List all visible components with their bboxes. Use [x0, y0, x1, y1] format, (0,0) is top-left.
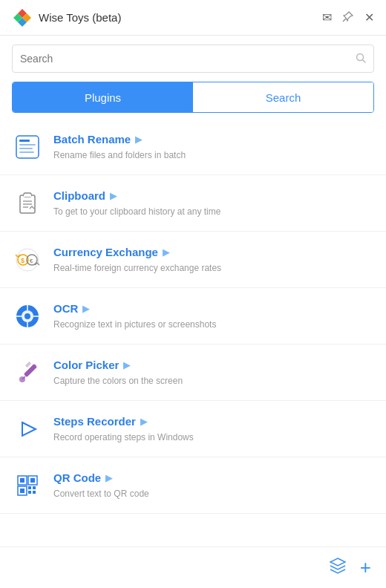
svg-rect-11: [19, 151, 34, 153]
qr-code-desc: Convert text to QR code: [53, 489, 149, 499]
svg-rect-43: [33, 486, 36, 489]
mail-icon[interactable]: ✉: [322, 12, 332, 24]
svg-marker-46: [330, 558, 345, 566]
list-item[interactable]: Clipboard ▶︎ To get to your clipboard hi…: [0, 175, 386, 232]
title-bar: Wise Toys (beta) ✉ ✕: [0, 0, 386, 36]
svg-rect-14: [24, 195, 31, 197]
svg-rect-45: [33, 491, 36, 494]
qr-code-arrow: ▶︎: [105, 472, 113, 483]
qr-code-name: QR Code: [53, 471, 101, 484]
close-icon[interactable]: ✕: [364, 12, 374, 24]
ocr-name: OCR: [53, 302, 78, 315]
svg-rect-42: [28, 486, 31, 489]
svg-marker-34: [22, 422, 36, 436]
list-item[interactable]: Batch Rename ▶︎ Rename files and folders…: [0, 119, 386, 175]
layers-icon[interactable]: [329, 557, 347, 579]
svg-rect-31: [25, 361, 31, 367]
search-input[interactable]: [20, 53, 356, 65]
add-plugin-button[interactable]: +: [360, 556, 371, 579]
list-item[interactable]: OCR ▶︎ Recognize text in pictures or scr…: [0, 288, 386, 344]
currency-desc: Real-time foreign currency exchange rate…: [53, 263, 221, 273]
list-item[interactable]: Steps Recorder ▶︎ Record operating steps…: [0, 401, 386, 457]
svg-rect-41: [20, 489, 24, 493]
color-picker-desc: Capture the colors on the screen: [53, 376, 183, 386]
svg-line-6: [363, 59, 366, 62]
svg-text:€: €: [30, 258, 33, 264]
color-picker-arrow: ▶︎: [123, 359, 131, 370]
search-icon: [356, 53, 366, 65]
clipboard-info: Clipboard ▶︎ To get to your clipboard hi…: [53, 189, 374, 218]
svg-point-18: [16, 249, 39, 271]
search-bar-section: [0, 36, 386, 82]
clipboard-name: Clipboard: [53, 189, 105, 202]
list-item[interactable]: $ € Currency Exchange ▶︎ Real-time forei…: [0, 232, 386, 288]
steps-recorder-name: Steps Recorder: [53, 415, 136, 428]
svg-rect-37: [20, 478, 24, 483]
batch-rename-icon: [12, 131, 43, 163]
tab-search[interactable]: Search: [193, 82, 373, 112]
currency-icon: $ €: [12, 244, 43, 275]
plugin-list: Batch Rename ▶︎ Rename files and folders…: [0, 119, 386, 539]
app-title: Wise Toys (beta): [39, 11, 322, 24]
title-actions: ✉ ✕: [322, 10, 374, 24]
currency-name: Currency Exchange: [53, 246, 158, 258]
steps-recorder-icon: [12, 414, 43, 445]
batch-rename-arrow: ▶︎: [135, 134, 143, 145]
list-item[interactable]: Color Picker ▶︎ Capture the colors on th…: [0, 344, 386, 401]
clipboard-arrow: ▶︎: [110, 190, 117, 201]
tab-bar: Plugins Search: [12, 82, 374, 113]
steps-recorder-info: Steps Recorder ▶︎ Record operating steps…: [53, 415, 374, 443]
clipboard-desc: To get to your clipboard history at any …: [53, 206, 220, 217]
pin-icon[interactable]: [342, 10, 354, 24]
list-item[interactable]: QR Code ▶︎ Convert text to QR code: [0, 457, 386, 514]
color-picker-name: Color Picker: [53, 359, 119, 371]
svg-rect-7: [16, 136, 39, 158]
qr-code-icon: [12, 470, 43, 501]
svg-line-4: [343, 19, 346, 22]
svg-point-25: [24, 313, 30, 319]
color-picker-info: Color Picker ▶︎ Capture the colors on th…: [53, 359, 374, 387]
batch-rename-desc: Rename files and folders in batch: [53, 150, 186, 160]
svg-rect-10: [19, 148, 33, 149]
svg-rect-44: [28, 491, 31, 494]
currency-arrow: ▶︎: [163, 246, 170, 258]
svg-text:$: $: [21, 257, 24, 264]
ocr-info: OCR ▶︎ Recognize text in pictures or scr…: [53, 302, 374, 330]
ocr-icon: [12, 301, 43, 332]
app-logo: [12, 7, 33, 28]
svg-rect-8: [19, 140, 30, 142]
bottom-bar: +: [0, 546, 386, 588]
color-picker-icon: [12, 357, 43, 388]
ocr-arrow: ▶︎: [82, 303, 90, 314]
currency-info: Currency Exchange ▶︎ Real-time foreign c…: [53, 246, 374, 274]
batch-rename-name: Batch Rename: [53, 133, 131, 146]
steps-recorder-arrow: ▶︎: [140, 416, 148, 427]
batch-rename-info: Batch Rename ▶︎ Rename files and folders…: [53, 133, 374, 161]
svg-rect-9: [19, 144, 36, 146]
ocr-desc: Recognize text in pictures or screenshot…: [53, 319, 216, 330]
steps-recorder-desc: Record operating steps in Windows: [53, 432, 194, 442]
clipboard-icon: [12, 188, 43, 219]
tab-plugins[interactable]: Plugins: [13, 82, 193, 112]
svg-rect-39: [30, 478, 35, 483]
search-container: [12, 45, 374, 73]
qr-code-info: QR Code ▶︎ Convert text to QR code: [53, 471, 374, 500]
